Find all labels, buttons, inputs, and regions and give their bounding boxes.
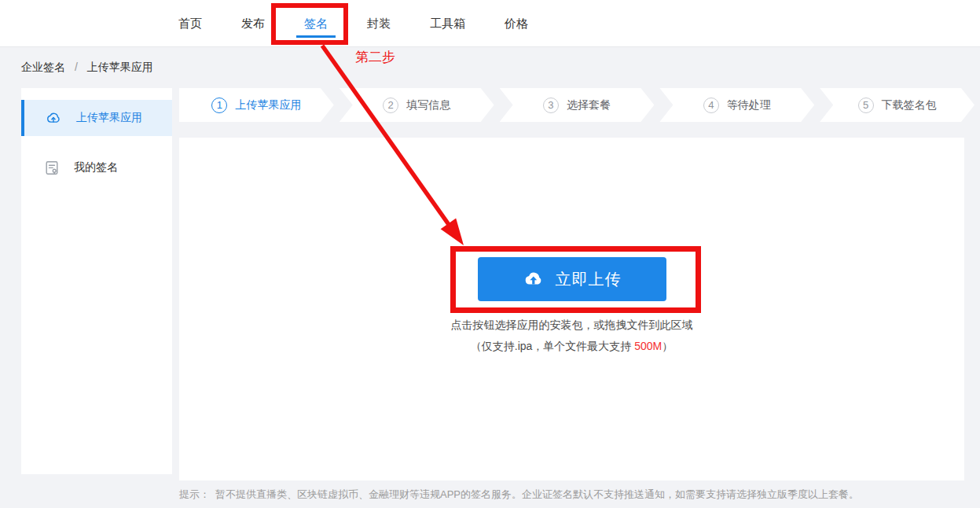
breadcrumb-separator: / bbox=[75, 61, 78, 73]
sidebar-item-label: 上传苹果应用 bbox=[76, 111, 142, 125]
sidebar-item-label: 我的签名 bbox=[74, 160, 118, 175]
step-number-badge: 2 bbox=[383, 98, 398, 113]
sidebar: 上传苹果应用 我的签名 bbox=[21, 88, 172, 474]
breadcrumb: 企业签名 / 上传苹果应用 bbox=[21, 61, 153, 75]
sidebar-item-upload-apple-app[interactable]: 上传苹果应用 bbox=[21, 100, 172, 136]
step-label: 填写信息 bbox=[406, 98, 450, 112]
breadcrumb-current: 上传苹果应用 bbox=[87, 61, 153, 73]
step-number-badge: 3 bbox=[543, 98, 559, 113]
nav-tab-toolbox[interactable]: 工具箱 bbox=[428, 0, 467, 47]
upload-now-button[interactable]: 立即上传 bbox=[478, 257, 666, 301]
upload-hint-line1: 点击按钮选择应用的安装包，或拖拽文件到此区域 bbox=[451, 318, 693, 333]
step-3-choose-plan: 3 选择套餐 bbox=[500, 88, 655, 122]
step-1-upload: 1 上传苹果应用 bbox=[179, 88, 334, 122]
page: 首页 发布 签名 封装 工具箱 价格 企业签名 / 上传苹果应用 上传苹果应用 bbox=[0, 0, 980, 508]
step-4-processing: 4 等待处理 bbox=[659, 88, 814, 122]
step-5-download: 5 下载签名包 bbox=[820, 88, 974, 122]
upload-hint-line2: （仅支持.ipa，单个文件最大支持 500M） bbox=[471, 340, 674, 354]
nav-tab-publish[interactable]: 发布 bbox=[240, 0, 266, 47]
breadcrumb-parent[interactable]: 企业签名 bbox=[21, 61, 65, 73]
upload-button-label: 立即上传 bbox=[556, 269, 622, 290]
annotation-step-note: 第二步 bbox=[355, 48, 395, 66]
hint-suffix: ） bbox=[662, 340, 673, 352]
cloud-upload-filled-icon bbox=[523, 271, 544, 288]
step-label: 下载签名包 bbox=[882, 98, 937, 112]
nav-tab-signature[interactable]: 签名 bbox=[303, 0, 329, 47]
steps-wizard: 1 上传苹果应用 2 填写信息 3 选择套餐 4 等待处理 5 下载签名包 bbox=[179, 88, 974, 122]
step-label: 上传苹果应用 bbox=[235, 98, 301, 112]
tip-text: 暂不提供直播类、区块链虚拟币、金融理财等违规APP的签名服务。企业证签名默认不支… bbox=[215, 488, 859, 500]
max-size-value: 500M bbox=[634, 340, 662, 352]
upload-dropzone[interactable]: 立即上传 点击按钮选择应用的安装包，或拖拽文件到此区域 （仅支持.ipa，单个文… bbox=[179, 138, 964, 480]
sidebar-item-my-signatures[interactable]: 我的签名 bbox=[21, 149, 172, 186]
top-header: 首页 发布 签名 封装 工具箱 价格 bbox=[0, 0, 980, 47]
main-nav: 首页 发布 签名 封装 工具箱 价格 bbox=[177, 0, 530, 47]
cloud-upload-icon bbox=[45, 111, 61, 125]
signature-document-icon bbox=[45, 160, 59, 175]
nav-tab-pricing[interactable]: 价格 bbox=[503, 0, 530, 47]
step-number-badge: 4 bbox=[703, 98, 719, 113]
step-number-badge: 5 bbox=[858, 98, 874, 113]
step-label: 选择套餐 bbox=[567, 98, 611, 112]
step-label: 等待处理 bbox=[727, 98, 771, 112]
nav-tab-package[interactable]: 封装 bbox=[365, 0, 392, 47]
footer-tip: 提示：暂不提供直播类、区块链虚拟币、金融理财等违规APP的签名服务。企业证签名默… bbox=[179, 488, 980, 502]
hint-prefix: （仅支持.ipa，单个文件最大支持 bbox=[471, 340, 634, 352]
step-2-fill-info: 2 填写信息 bbox=[340, 88, 494, 122]
tip-label: 提示： bbox=[179, 488, 210, 500]
step-number-badge: 1 bbox=[211, 98, 227, 113]
nav-tab-home[interactable]: 首页 bbox=[177, 0, 204, 47]
